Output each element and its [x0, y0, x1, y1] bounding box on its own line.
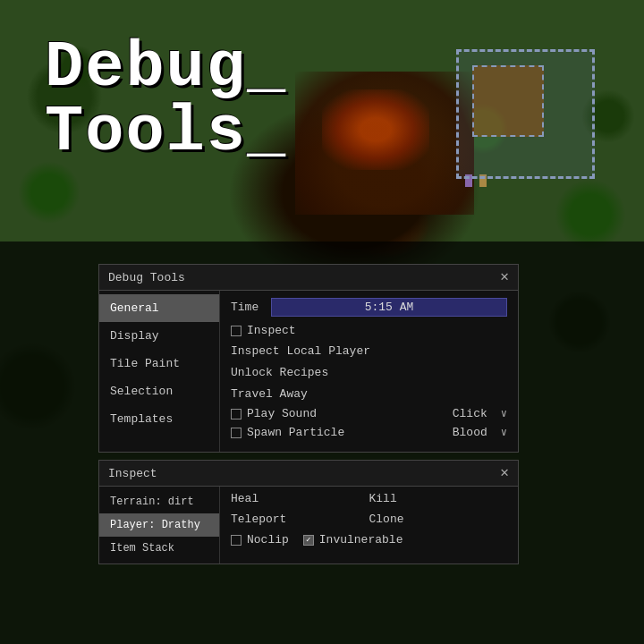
debug-tools-header: Debug Tools ✕: [99, 265, 518, 291]
inspect-panel: Inspect ✕ Terrain: dirt Player: Drathy I…: [98, 460, 519, 564]
spawn-particle-left: Spawn Particle: [231, 426, 453, 439]
player-value: Drathy: [162, 519, 200, 531]
inspect-panel-body: Terrain: dirt Player: Drathy Item Stack …: [99, 487, 518, 564]
debug-tools-content: Time Inspect Inspect Local Player Unlock…: [220, 291, 518, 452]
debug-tools-sidebar: General Display Tile Paint Selection Tem…: [99, 291, 220, 452]
spawn-particle-right: Blood ∨: [453, 426, 507, 439]
play-sound-value: Click: [453, 407, 497, 420]
player-label: Player:: [110, 519, 155, 531]
teleport-button[interactable]: Teleport: [231, 513, 369, 526]
heal-button[interactable]: Heal: [231, 492, 369, 505]
spawn-particle-dropdown-arrow[interactable]: ∨: [501, 426, 507, 439]
unlock-recipes-button[interactable]: Unlock Recipes: [231, 366, 328, 379]
play-sound-left: Play Sound: [231, 407, 453, 420]
selection-box-inner: [472, 65, 544, 137]
play-sound-row: Play Sound Click ∨: [231, 407, 507, 420]
kill-button[interactable]: Kill: [369, 492, 508, 505]
selection-box: [456, 49, 595, 179]
sidebar-item-tile-paint[interactable]: Tile Paint: [99, 350, 219, 377]
sidebar-item-general[interactable]: General: [99, 294, 219, 322]
noclip-checkbox[interactable]: [231, 535, 242, 546]
debug-tools-title: Debug Tools: [108, 271, 185, 284]
inspect-content: Heal Kill Teleport Clone Noclip: [220, 487, 518, 564]
play-sound-dropdown-arrow[interactable]: ∨: [501, 407, 507, 420]
sidebar-item-templates[interactable]: Templates: [99, 405, 219, 433]
debug-tools-panel: Debug Tools ✕ General Display Tile Paint…: [98, 264, 519, 453]
inspect-panel-header: Inspect ✕: [99, 461, 518, 487]
title-overlay: Debug_Tools_: [45, 36, 287, 165]
inspect-checkbox-label: Inspect: [247, 324, 296, 337]
sidebar-item-selection[interactable]: Selection: [99, 377, 219, 405]
noclip-row: Noclip: [231, 533, 289, 547]
app-title: Debug_Tools_: [45, 36, 287, 165]
noclip-label: Noclip: [247, 533, 289, 547]
time-label: Time: [231, 301, 262, 314]
invulnerable-checkbox[interactable]: [303, 535, 314, 546]
inspect-panel-title: Inspect: [108, 467, 157, 480]
debug-tools-body: General Display Tile Paint Selection Tem…: [99, 291, 518, 452]
inspect-local-player-button[interactable]: Inspect Local Player: [231, 344, 370, 358]
spawn-particle-label: Spawn Particle: [247, 426, 344, 439]
invulnerable-row: Invulnerable: [303, 533, 403, 547]
panels-container: Debug Tools ✕ General Display Tile Paint…: [98, 264, 519, 572]
spawn-particle-value: Blood: [453, 426, 497, 439]
item-stack-label: Item Stack: [110, 542, 174, 555]
player-item[interactable]: Player: Drathy: [99, 513, 219, 537]
debug-tools-close-button[interactable]: ✕: [500, 270, 509, 284]
time-row: Time: [231, 298, 507, 317]
inspect-checkbox[interactable]: [231, 326, 242, 336]
play-sound-label: Play Sound: [247, 407, 317, 420]
clone-button[interactable]: Clone: [369, 513, 508, 526]
time-input[interactable]: [271, 298, 507, 317]
terrain-label: Terrain:: [110, 496, 162, 508]
terrain-value: dirt: [168, 496, 194, 508]
sidebar-item-display[interactable]: Display: [99, 322, 219, 350]
item-stack-item[interactable]: Item Stack: [99, 537, 219, 560]
teleport-clone-row: Teleport Clone: [231, 513, 507, 526]
inspect-panel-close-button[interactable]: ✕: [500, 466, 509, 480]
heal-kill-row: Heal Kill: [231, 492, 507, 505]
invulnerable-label: Invulnerable: [319, 533, 403, 547]
travel-away-button[interactable]: Travel Away: [231, 387, 308, 401]
spawn-particle-row: Spawn Particle Blood ∨: [231, 426, 507, 439]
inspect-local-player-row: Inspect Local Player: [231, 343, 507, 359]
spawn-particle-checkbox[interactable]: [231, 428, 242, 438]
unlock-recipes-row: Unlock Recipes: [231, 364, 507, 380]
play-sound-right: Click ∨: [453, 407, 507, 420]
inspect-sidebar: Terrain: dirt Player: Drathy Item Stack: [99, 487, 220, 564]
travel-away-row: Travel Away: [231, 386, 507, 402]
play-sound-checkbox[interactable]: [231, 409, 242, 419]
terrain-label-row: Terrain: dirt: [99, 490, 219, 513]
noclip-invulnerable-row: Noclip Invulnerable: [231, 533, 507, 550]
inspect-check-row: Inspect: [231, 324, 507, 337]
